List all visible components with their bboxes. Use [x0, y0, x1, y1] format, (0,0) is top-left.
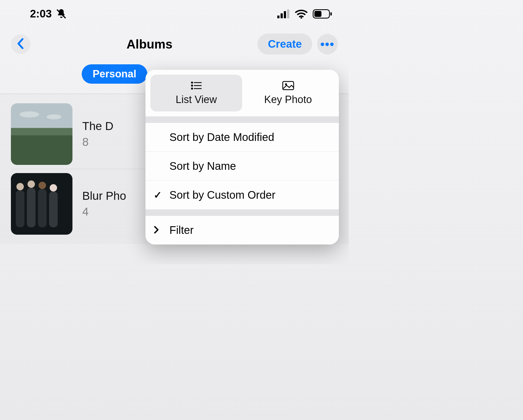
menu-filter[interactable]: Filter [145, 216, 339, 244]
status-bar: 2:03 [0, 0, 349, 23]
popover-separator [145, 209, 339, 216]
popover-segments: List View Key Photo [145, 70, 339, 116]
album-title: Blur Pho [82, 189, 126, 203]
svg-rect-1 [277, 16, 279, 18]
menu-sort-name[interactable]: Sort by Name [145, 152, 339, 181]
nav-header: Albums Create ••• [0, 23, 349, 63]
cellular-icon [277, 10, 290, 18]
svg-rect-4 [287, 10, 289, 18]
battery-icon [313, 9, 332, 19]
svg-point-30 [285, 83, 287, 85]
album-count: 8 [82, 135, 113, 149]
list-icon [191, 80, 202, 91]
svg-point-22 [50, 184, 57, 192]
segment-label: Key Photo [264, 94, 312, 105]
album-title: The D [82, 120, 113, 133]
bell-muted-icon [56, 8, 67, 20]
svg-rect-16 [27, 188, 36, 227]
svg-rect-10 [11, 131, 72, 165]
album-count: 4 [82, 205, 126, 218]
menu-label: Sort by Name [169, 160, 236, 172]
svg-rect-9 [11, 103, 72, 131]
menu-label: Sort by Date Modified [169, 131, 274, 143]
create-button[interactable]: Create [257, 34, 312, 55]
ellipsis-icon: ••• [320, 37, 335, 51]
svg-point-11 [20, 111, 39, 117]
svg-point-23 [191, 82, 192, 83]
svg-rect-7 [314, 11, 321, 17]
segment-key-photo[interactable]: Key Photo [242, 75, 334, 111]
back-button[interactable] [11, 34, 31, 54]
page-title: Albums [41, 37, 257, 52]
svg-point-21 [39, 182, 46, 189]
segment-list-view[interactable]: List View [150, 75, 242, 111]
menu-label: Filter [169, 224, 194, 236]
chevron-right-icon [154, 225, 159, 236]
album-meta: Blur Pho 4 [82, 189, 126, 218]
popover-separator [145, 116, 339, 123]
svg-rect-3 [284, 11, 286, 18]
svg-rect-8 [330, 12, 332, 16]
options-popover: List View Key Photo Sort by Date Modifie… [145, 70, 339, 244]
checkmark-icon: ✓ [154, 189, 162, 201]
svg-point-27 [191, 88, 192, 89]
menu-label: Sort by Custom Order [169, 189, 275, 201]
more-button[interactable]: ••• [317, 34, 338, 55]
album-thumbnail [11, 103, 72, 165]
chevron-left-icon [17, 38, 25, 50]
popover-menu: Sort by Date Modified Sort by Name ✓ Sor… [145, 123, 339, 209]
svg-rect-15 [16, 190, 25, 227]
popover-menu-2: Filter [145, 216, 339, 244]
svg-point-25 [191, 85, 192, 86]
album-thumbnail [11, 173, 72, 235]
menu-sort-date-modified[interactable]: Sort by Date Modified [145, 123, 339, 152]
svg-point-5 [300, 17, 302, 19]
svg-rect-17 [38, 189, 47, 227]
status-left: 2:03 [30, 8, 67, 20]
svg-rect-2 [281, 13, 283, 18]
wifi-icon [295, 9, 308, 19]
svg-rect-18 [49, 192, 58, 227]
photo-icon [282, 80, 294, 91]
status-time: 2:03 [30, 8, 52, 20]
nav-actions: Create ••• [257, 34, 338, 55]
svg-point-12 [47, 114, 61, 119]
svg-point-19 [16, 183, 24, 190]
svg-point-20 [28, 180, 35, 188]
svg-rect-13 [11, 128, 72, 135]
status-right [277, 9, 332, 19]
segment-label: List View [176, 94, 217, 105]
pill-personal[interactable]: Personal [82, 64, 147, 84]
menu-sort-custom-order[interactable]: ✓ Sort by Custom Order [145, 181, 339, 209]
album-meta: The D 8 [82, 120, 113, 149]
